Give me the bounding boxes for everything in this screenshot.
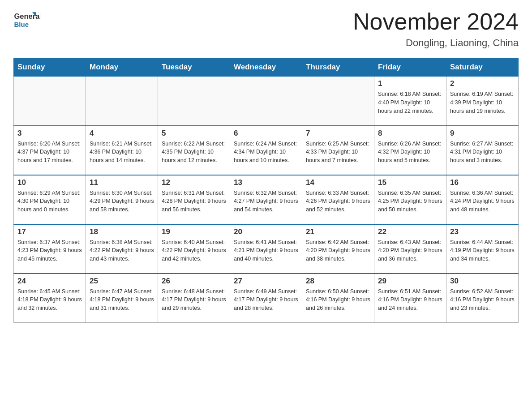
day-info: Sunrise: 6:27 AM Sunset: 4:31 PM Dayligh… — [450, 140, 515, 165]
day-info: Sunrise: 6:44 AM Sunset: 4:19 PM Dayligh… — [450, 238, 515, 263]
day-info: Sunrise: 6:47 AM Sunset: 4:18 PM Dayligh… — [90, 287, 154, 313]
day-info: Sunrise: 6:37 AM Sunset: 4:23 PM Dayligh… — [17, 238, 82, 263]
day-number: 22 — [378, 227, 442, 236]
table-row: 29Sunrise: 6:51 AM Sunset: 4:16 PM Dayli… — [374, 274, 446, 323]
day-number: 18 — [90, 227, 154, 236]
day-number: 10 — [17, 178, 82, 187]
day-info: Sunrise: 6:35 AM Sunset: 4:25 PM Dayligh… — [378, 189, 442, 214]
table-row: 13Sunrise: 6:32 AM Sunset: 4:27 PM Dayli… — [230, 175, 302, 224]
table-row: 26Sunrise: 6:48 AM Sunset: 4:17 PM Dayli… — [158, 274, 230, 323]
day-info: Sunrise: 6:18 AM Sunset: 4:40 PM Dayligh… — [378, 90, 442, 115]
table-row — [230, 77, 302, 126]
table-row: 10Sunrise: 6:29 AM Sunset: 4:30 PM Dayli… — [14, 175, 86, 224]
day-info: Sunrise: 6:51 AM Sunset: 4:16 PM Dayligh… — [378, 287, 442, 313]
logo: General Blue — [13, 9, 40, 34]
day-info: Sunrise: 6:40 AM Sunset: 4:22 PM Dayligh… — [162, 238, 226, 263]
table-row — [302, 77, 374, 126]
table-row: 16Sunrise: 6:36 AM Sunset: 4:24 PM Dayli… — [446, 175, 519, 224]
table-row: 23Sunrise: 6:44 AM Sunset: 4:19 PM Dayli… — [446, 224, 519, 274]
day-info: Sunrise: 6:30 AM Sunset: 4:29 PM Dayligh… — [90, 189, 154, 214]
table-row: 12Sunrise: 6:31 AM Sunset: 4:28 PM Dayli… — [158, 175, 230, 224]
day-number: 20 — [234, 227, 298, 236]
table-row: 22Sunrise: 6:43 AM Sunset: 4:20 PM Dayli… — [374, 224, 446, 274]
table-row — [14, 77, 86, 126]
table-row: 17Sunrise: 6:37 AM Sunset: 4:23 PM Dayli… — [14, 224, 86, 274]
logo-icon: General Blue — [13, 9, 40, 34]
table-row: 20Sunrise: 6:41 AM Sunset: 4:21 PM Dayli… — [230, 224, 302, 274]
table-row: 21Sunrise: 6:42 AM Sunset: 4:20 PM Dayli… — [302, 224, 374, 274]
table-row: 14Sunrise: 6:33 AM Sunset: 4:26 PM Dayli… — [302, 175, 374, 224]
day-number: 12 — [162, 178, 226, 187]
header-monday: Monday — [86, 58, 158, 77]
day-info: Sunrise: 6:29 AM Sunset: 4:30 PM Dayligh… — [17, 189, 82, 214]
day-info: Sunrise: 6:33 AM Sunset: 4:26 PM Dayligh… — [306, 189, 370, 214]
day-number: 15 — [378, 178, 442, 187]
day-info: Sunrise: 6:52 AM Sunset: 4:16 PM Dayligh… — [450, 287, 515, 313]
table-row: 8Sunrise: 6:26 AM Sunset: 4:32 PM Daylig… — [374, 126, 446, 175]
table-row — [158, 77, 230, 126]
table-row: 3Sunrise: 6:20 AM Sunset: 4:37 PM Daylig… — [14, 126, 86, 175]
day-info: Sunrise: 6:25 AM Sunset: 4:33 PM Dayligh… — [306, 140, 370, 165]
day-info: Sunrise: 6:45 AM Sunset: 4:18 PM Dayligh… — [17, 287, 82, 313]
day-number: 28 — [306, 277, 370, 286]
calendar-week-row: 24Sunrise: 6:45 AM Sunset: 4:18 PM Dayli… — [14, 274, 519, 323]
day-number: 6 — [234, 129, 298, 138]
day-number: 7 — [306, 129, 370, 138]
day-info: Sunrise: 6:38 AM Sunset: 4:22 PM Dayligh… — [90, 238, 154, 263]
day-number: 13 — [234, 178, 298, 187]
calendar-week-row: 1Sunrise: 6:18 AM Sunset: 4:40 PM Daylig… — [14, 77, 519, 126]
day-number: 16 — [450, 178, 515, 187]
table-row: 25Sunrise: 6:47 AM Sunset: 4:18 PM Dayli… — [86, 274, 158, 323]
day-info: Sunrise: 6:21 AM Sunset: 4:36 PM Dayligh… — [90, 140, 154, 165]
day-number: 2 — [450, 79, 515, 88]
day-number: 5 — [162, 129, 226, 138]
table-row: 2Sunrise: 6:19 AM Sunset: 4:39 PM Daylig… — [446, 77, 519, 126]
calendar-week-row: 3Sunrise: 6:20 AM Sunset: 4:37 PM Daylig… — [14, 126, 519, 175]
day-number: 21 — [306, 227, 370, 236]
day-number: 29 — [378, 277, 442, 286]
table-row: 18Sunrise: 6:38 AM Sunset: 4:22 PM Dayli… — [86, 224, 158, 274]
day-number: 27 — [234, 277, 298, 286]
day-number: 3 — [17, 129, 82, 138]
header-tuesday: Tuesday — [158, 58, 230, 77]
day-info: Sunrise: 6:31 AM Sunset: 4:28 PM Dayligh… — [162, 189, 226, 214]
day-info: Sunrise: 6:22 AM Sunset: 4:35 PM Dayligh… — [162, 140, 226, 165]
header-friday: Friday — [374, 58, 446, 77]
day-info: Sunrise: 6:41 AM Sunset: 4:21 PM Dayligh… — [234, 238, 298, 263]
table-row: 6Sunrise: 6:24 AM Sunset: 4:34 PM Daylig… — [230, 126, 302, 175]
svg-text:General: General — [14, 12, 41, 20]
day-number: 8 — [378, 129, 442, 138]
day-info: Sunrise: 6:20 AM Sunset: 4:37 PM Dayligh… — [17, 140, 82, 165]
day-number: 14 — [306, 178, 370, 187]
day-number: 11 — [90, 178, 154, 187]
table-row: 5Sunrise: 6:22 AM Sunset: 4:35 PM Daylig… — [158, 126, 230, 175]
day-number: 23 — [450, 227, 515, 236]
table-row: 28Sunrise: 6:50 AM Sunset: 4:16 PM Dayli… — [302, 274, 374, 323]
day-info: Sunrise: 6:26 AM Sunset: 4:32 PM Dayligh… — [378, 140, 442, 165]
day-number: 25 — [90, 277, 154, 286]
day-number: 24 — [17, 277, 82, 286]
table-row: 9Sunrise: 6:27 AM Sunset: 4:31 PM Daylig… — [446, 126, 519, 175]
day-info: Sunrise: 6:43 AM Sunset: 4:20 PM Dayligh… — [378, 238, 442, 263]
calendar-week-row: 10Sunrise: 6:29 AM Sunset: 4:30 PM Dayli… — [14, 175, 519, 224]
table-row: 11Sunrise: 6:30 AM Sunset: 4:29 PM Dayli… — [86, 175, 158, 224]
header-thursday: Thursday — [302, 58, 374, 77]
svg-text:Blue: Blue — [14, 21, 29, 28]
day-info: Sunrise: 6:42 AM Sunset: 4:20 PM Dayligh… — [306, 238, 370, 263]
day-info: Sunrise: 6:36 AM Sunset: 4:24 PM Dayligh… — [450, 189, 515, 214]
day-number: 4 — [90, 129, 154, 138]
day-number: 17 — [17, 227, 82, 236]
day-info: Sunrise: 6:49 AM Sunset: 4:17 PM Dayligh… — [234, 287, 298, 313]
table-row: 27Sunrise: 6:49 AM Sunset: 4:17 PM Dayli… — [230, 274, 302, 323]
header-wednesday: Wednesday — [230, 58, 302, 77]
page-header: General Blue November 2024 Dongling, Lia… — [13, 9, 519, 49]
day-info: Sunrise: 6:24 AM Sunset: 4:34 PM Dayligh… — [234, 140, 298, 165]
calendar-week-row: 17Sunrise: 6:37 AM Sunset: 4:23 PM Dayli… — [14, 224, 519, 274]
day-info: Sunrise: 6:50 AM Sunset: 4:16 PM Dayligh… — [306, 287, 370, 313]
table-row: 19Sunrise: 6:40 AM Sunset: 4:22 PM Dayli… — [158, 224, 230, 274]
day-number: 1 — [378, 79, 442, 88]
table-row: 15Sunrise: 6:35 AM Sunset: 4:25 PM Dayli… — [374, 175, 446, 224]
table-row: 24Sunrise: 6:45 AM Sunset: 4:18 PM Dayli… — [14, 274, 86, 323]
location-title: Dongling, Liaoning, China — [353, 37, 519, 49]
table-row — [86, 77, 158, 126]
